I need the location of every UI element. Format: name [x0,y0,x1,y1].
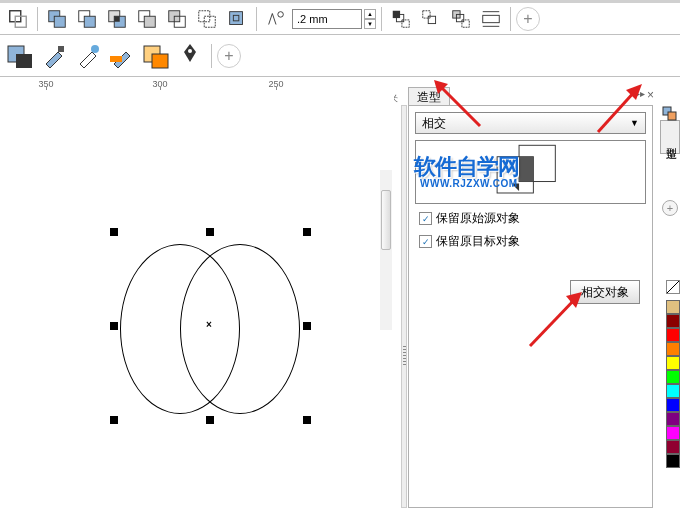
align-group4-icon[interactable] [477,5,505,33]
vertical-scrollbar[interactable] [380,170,392,330]
svg-rect-42 [668,112,676,120]
ruler-tick-250: 250 [268,79,283,89]
svg-point-32 [91,45,99,53]
stroke-width-spinner[interactable]: ▲ ▼ [364,9,376,29]
front-minus-back-icon[interactable] [4,5,32,33]
simplify-icon[interactable] [133,5,161,33]
color-swatch[interactable] [666,342,680,356]
add2-icon[interactable]: + [217,44,241,68]
shaping-panel: 相交 ▼ ✓ 保留原始源对象 ✓ 保留原目标对象 相交对象 [408,105,653,508]
intersect-icon[interactable] [103,5,131,33]
svg-rect-21 [423,10,430,17]
panel-window-controls: ▸▸ × [635,88,654,102]
panel-splitter[interactable] [401,105,407,508]
panel-close-icon[interactable]: × [647,88,654,102]
eyedropper2-icon[interactable] [72,38,104,74]
panel-tab-shaping[interactable]: 造型 [408,87,450,107]
trim-icon[interactable] [73,5,101,33]
boundary-icon[interactable] [193,5,221,33]
color-swatch[interactable] [666,440,680,454]
handle-tr[interactable] [303,228,311,236]
side-add-icon[interactable]: + [662,200,678,216]
handle-ml[interactable] [110,322,118,330]
toolbar-shaping: .2 mm ▲ ▼ + [0,3,680,35]
svg-point-37 [188,49,192,53]
checkbox-keep-source-row[interactable]: ✓ 保留原始源对象 [419,210,642,227]
scrollbar-thumb[interactable] [381,190,391,250]
canvas-area[interactable]: × [0,90,394,508]
operation-dropdown[interactable]: 相交 ▼ [415,112,646,134]
align-group3-icon[interactable] [447,5,475,33]
svg-rect-33 [110,56,116,62]
ellipse-right[interactable] [180,244,300,414]
color-tool1-icon[interactable] [4,38,36,74]
color-swatch[interactable] [666,328,680,342]
spinner-down-icon[interactable]: ▼ [364,19,376,29]
checkbox-keep-source[interactable]: ✓ [419,212,432,225]
outline-pen-icon[interactable] [262,5,290,33]
color-swatch[interactable] [666,384,680,398]
checkbox-keep-source-label: 保留原始源对象 [436,210,520,227]
pen-nib-icon[interactable] [174,38,206,74]
handle-tm[interactable] [206,228,214,236]
svg-rect-10 [144,16,155,27]
ruler-tick-350: 350 [38,79,53,89]
color-tool2-icon[interactable] [106,38,138,74]
color-swatch[interactable] [666,370,680,384]
handle-bm[interactable] [206,416,214,424]
handle-tl[interactable] [110,228,118,236]
color-palette-colors [666,300,680,468]
svg-rect-8 [114,16,120,22]
handle-mr[interactable] [303,322,311,330]
side-tab-icon[interactable] [662,106,678,122]
spinner-up-icon[interactable]: ▲ [364,9,376,19]
ruler-tick-300: 300 [152,79,167,89]
preview-box [415,140,646,204]
stroke-width-value: .2 mm [297,13,328,25]
intersect-action-button[interactable]: 相交对象 [570,280,640,304]
color-swatch-none[interactable] [666,280,680,294]
handle-bl[interactable] [110,416,118,424]
create-boundary-icon[interactable] [223,5,251,33]
svg-rect-5 [84,16,95,27]
color-swatch[interactable] [666,412,680,426]
color-swatch[interactable] [666,426,680,440]
side-tab-shaping[interactable]: 造型 [660,120,680,154]
align-group1-icon[interactable] [387,5,415,33]
svg-rect-22 [428,16,435,23]
color-swatch[interactable] [666,398,680,412]
weld-icon[interactable] [43,5,71,33]
toolbar-color: + [0,35,680,77]
color-swatch[interactable] [666,356,680,370]
svg-point-17 [278,11,284,17]
color-swatch[interactable] [666,314,680,328]
color-tool3-icon[interactable] [140,38,172,74]
svg-rect-20 [402,19,409,26]
checkbox-keep-target-row[interactable]: ✓ 保留原目标对象 [419,233,642,250]
svg-rect-31 [58,46,64,52]
stroke-width-input[interactable]: .2 mm [292,9,362,29]
checkbox-keep-target-label: 保留原目标对象 [436,233,520,250]
handle-br[interactable] [303,416,311,424]
svg-rect-36 [152,54,168,68]
panel-tabs: 造型 [408,88,450,106]
add-icon[interactable]: + [516,7,540,31]
splitter-grip-icon [403,346,406,366]
chevron-down-icon: ▼ [630,118,639,128]
align-group2-icon[interactable] [417,5,445,33]
back-minus-front-icon[interactable] [163,5,191,33]
svg-rect-30 [16,54,32,68]
color-swatch[interactable] [666,300,680,314]
panel-arrow-icon[interactable]: ▸▸ [635,88,645,102]
svg-rect-26 [483,15,500,22]
dropdown-selected: 相交 [422,115,446,132]
eyedropper1-icon[interactable] [38,38,70,74]
checkbox-keep-target[interactable]: ✓ [419,235,432,248]
svg-rect-15 [230,11,243,24]
svg-line-43 [667,281,679,293]
svg-rect-34 [116,56,122,62]
svg-rect-25 [462,19,469,26]
svg-rect-40 [519,157,533,182]
color-swatch[interactable] [666,454,680,468]
color-palette [666,280,680,298]
